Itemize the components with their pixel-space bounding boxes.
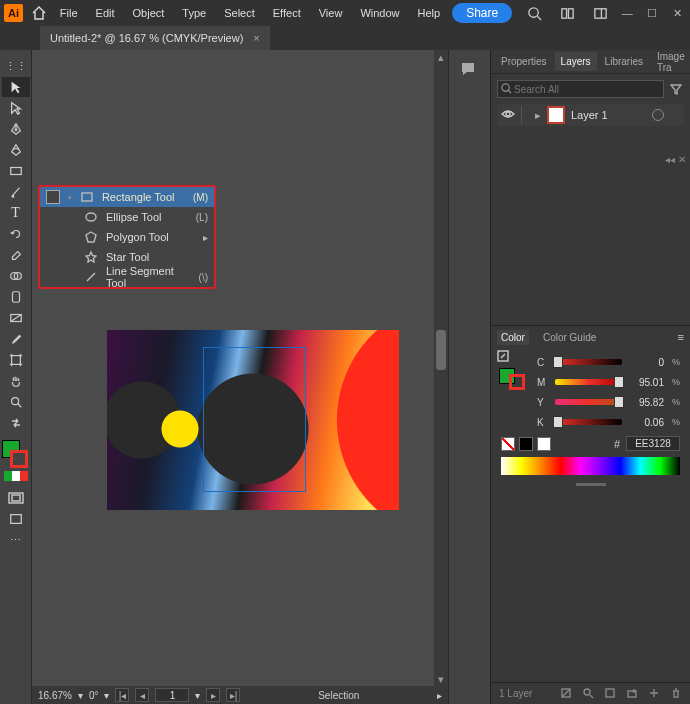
new-layer-icon[interactable] [648,687,660,701]
share-button[interactable]: Share [452,3,512,23]
fill-stroke-indicator[interactable] [2,440,30,468]
color-fill-stroke-indicator[interactable] [491,364,527,390]
slider-value[interactable]: 95.82 [630,397,664,408]
filter-icon[interactable] [668,81,684,97]
new-sublayer-icon[interactable] [626,687,638,701]
black-swatch[interactable] [519,437,533,451]
swap-fill-stroke-icon[interactable] [2,413,30,433]
zoom-level[interactable]: 16.67% [38,690,72,701]
slider-black[interactable]: K 0.06 % [537,412,680,432]
layers-search-input[interactable] [497,80,664,98]
scroll-down-arrow[interactable]: ▾ [434,672,448,686]
handle-icon[interactable]: ⋮⋮ [2,56,30,76]
type-tool[interactable]: T [2,203,30,223]
screen-mode-icon[interactable] [2,509,30,529]
tab-libraries[interactable]: Libraries [599,52,649,71]
window-close[interactable]: ✕ [669,6,686,20]
layer-twisty-icon[interactable]: ▸ [535,109,541,122]
shape-builder-tool[interactable] [2,266,30,286]
eraser-tool[interactable] [2,245,30,265]
collapse-handle[interactable]: ◂◂ ✕ [665,154,686,165]
layer-row[interactable]: ▸ Layer 1 [497,104,684,126]
hand-tool[interactable] [2,371,30,391]
slider-value[interactable]: 0 [630,357,664,368]
menu-type[interactable]: Type [174,3,214,23]
scroll-up-arrow[interactable]: ▴ [434,50,448,64]
prev-artboard-button[interactable]: ◂ [135,688,149,702]
scroll-thumb[interactable] [436,330,446,370]
flyout-star-tool[interactable]: Star Tool [40,247,214,267]
home-button[interactable] [29,2,50,24]
comments-icon[interactable] [459,60,481,82]
gradient-tool[interactable] [2,308,30,328]
tab-color[interactable]: Color [497,330,529,345]
selection-marquee[interactable] [203,347,306,492]
collect-for-export-icon[interactable] [560,687,572,701]
width-tool[interactable] [2,287,30,307]
menu-view[interactable]: View [311,3,351,23]
tab-color-guide[interactable]: Color Guide [539,330,600,345]
paintbrush-tool[interactable] [2,182,30,202]
white-swatch[interactable] [537,437,551,451]
hex-input[interactable] [626,436,680,451]
out-of-gamut-icon[interactable] [491,348,527,364]
artboard-number-input[interactable] [155,688,189,702]
direct-selection-tool[interactable] [2,98,30,118]
workspace-switcher-icon[interactable] [590,2,611,24]
edit-toolbar-icon[interactable]: ⋯ [2,530,30,550]
next-artboard-button[interactable]: ▸ [206,688,220,702]
zoom-dropdown-icon[interactable]: ▾ [78,690,83,701]
visibility-toggle-icon[interactable] [501,109,515,121]
menu-window[interactable]: Window [352,3,407,23]
rotate-tool[interactable] [2,224,30,244]
window-maximize[interactable]: ☐ [644,6,661,20]
vertical-scrollbar[interactable]: ▴ ▾ [434,50,448,686]
layer-target-icon[interactable] [652,109,664,121]
menu-help[interactable]: Help [410,3,449,23]
color-panel-menu-icon[interactable]: ≡ [678,331,684,343]
menu-object[interactable]: Object [125,3,173,23]
flyout-rectangle-tool[interactable]: ▪ Rectangle Tool (M) [40,187,214,207]
delete-layer-icon[interactable] [670,687,682,701]
selection-tool[interactable] [2,77,30,97]
menu-effect[interactable]: Effect [265,3,309,23]
curvature-tool[interactable] [2,140,30,160]
menu-edit[interactable]: Edit [88,3,123,23]
slider-yellow[interactable]: Y 95.82 % [537,392,680,412]
rotate-value[interactable]: 0° [89,690,99,701]
make-clipping-mask-icon[interactable] [604,687,616,701]
draw-mode-icon[interactable] [2,488,30,508]
eyedropper-tool[interactable] [2,329,30,349]
tab-properties[interactable]: Properties [495,52,553,71]
window-minimize[interactable]: — [619,6,636,20]
color-stroke-swatch[interactable] [509,374,525,390]
canvas-area[interactable]: ▪ Rectangle Tool (M) Ellipse Tool (L) Po… [32,50,448,704]
artboard-dropdown-icon[interactable]: ▾ [195,690,200,701]
search-icon[interactable] [524,2,545,24]
slider-value[interactable]: 0.06 [630,417,664,428]
stroke-swatch[interactable] [10,450,28,468]
slider-value[interactable]: 95.01 [630,377,664,388]
rectangle-tool[interactable] [2,161,30,181]
document-tab-close[interactable]: × [253,32,259,44]
menu-select[interactable]: Select [216,3,263,23]
none-swatch[interactable] [501,437,515,451]
first-artboard-button[interactable]: |◂ [115,688,129,702]
layer-name[interactable]: Layer 1 [571,109,646,121]
pen-tool[interactable] [2,119,30,139]
color-spectrum[interactable] [501,457,680,475]
slider-magenta[interactable]: M 95.01 % [537,372,680,392]
document-tab[interactable]: Untitled-2* @ 16.67 % (CMYK/Preview) × [40,26,270,50]
last-artboard-button[interactable]: ▸| [226,688,240,702]
flyout-line-segment-tool[interactable]: Line Segment Tool (\) [40,267,214,287]
color-mode-swatches[interactable] [4,471,28,481]
panel-resize-handle[interactable] [576,483,606,486]
zoom-tool[interactable] [2,392,30,412]
flyout-polygon-tool[interactable]: Polygon Tool ▸ [40,227,214,247]
status-menu-arrow[interactable]: ▸ [437,690,442,701]
menu-file[interactable]: File [52,3,86,23]
arrange-documents-icon[interactable] [557,2,578,24]
slider-cyan[interactable]: C 0 % [537,352,680,372]
artboard-tool[interactable] [2,350,30,370]
locate-object-icon[interactable] [582,687,594,701]
